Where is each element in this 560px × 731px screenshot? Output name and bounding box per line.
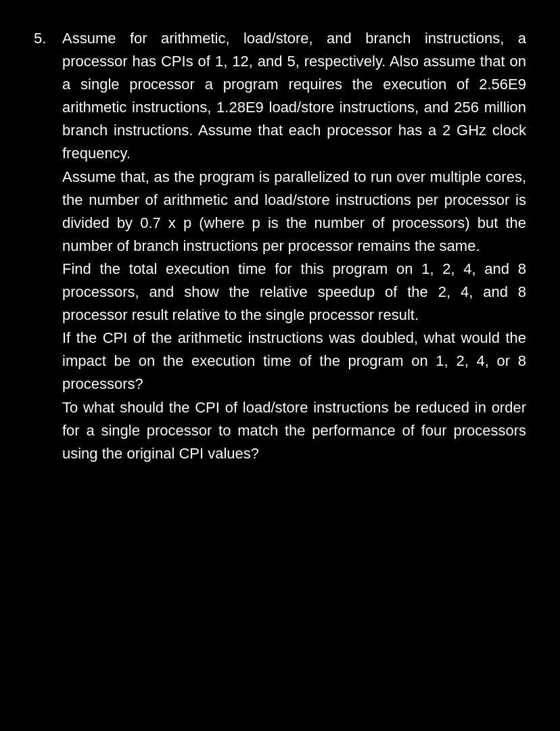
paragraph-2: Assume that, as the program is paralleli… [62,166,526,258]
paragraph-3: Find the total execution time for this p… [62,258,526,327]
paragraph-4: If the CPI of the arithmetic instruction… [62,327,526,396]
paragraph-5: To what should the CPI of load/store ins… [62,396,526,465]
problem-item: 5. Assume for arithmetic, load/store, an… [34,27,526,465]
problem-number: 5. [34,27,54,50]
problem-content: Assume for arithmetic, load/store, and b… [62,27,526,465]
page-container: 5. Assume for arithmetic, load/store, an… [0,0,560,731]
paragraph-1: Assume for arithmetic, load/store, and b… [62,27,526,166]
